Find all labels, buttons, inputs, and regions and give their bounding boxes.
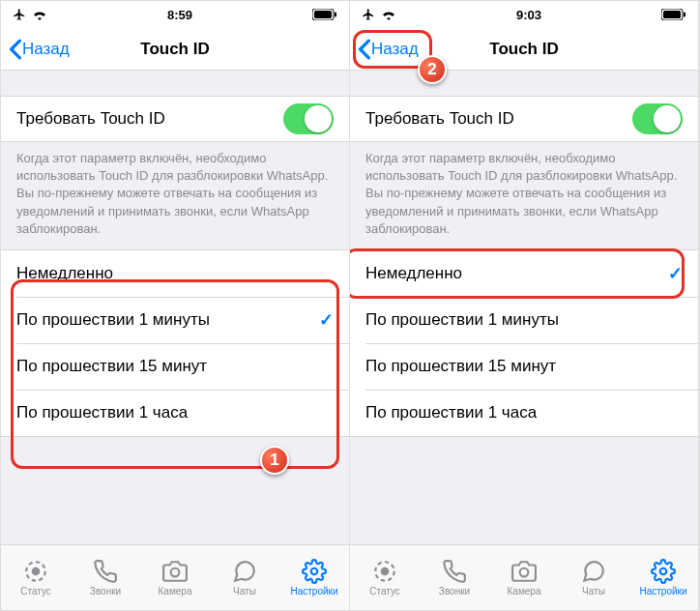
svg-rect-8 — [663, 11, 681, 18]
tab-bar: Статус Звонки Камера Чаты Настройки — [350, 544, 698, 610]
svg-rect-2 — [335, 13, 336, 17]
option-15-minutes[interactable]: По прошествии 15 минут — [350, 343, 698, 390]
annotation-badge-1: 1 — [260, 446, 289, 475]
status-bar: 8:59 — [1, 1, 349, 28]
tab-bar: Статус Звонки Камера Чаты Настройки — [1, 544, 349, 610]
option-1-hour[interactable]: По прошествии 1 часа — [350, 390, 698, 436]
camera-icon — [162, 559, 188, 584]
status-icon — [23, 559, 48, 584]
gear-icon — [651, 559, 676, 584]
tab-camera[interactable]: Камера — [489, 545, 559, 610]
status-time: 9:03 — [516, 8, 541, 22]
timeout-options: Немедленно По прошествии 1 минуты ✓ По п… — [1, 249, 349, 437]
battery-icon — [661, 9, 686, 20]
phone-left: 8:59 Назад Touch ID Требовать Touch ID К… — [1, 1, 350, 610]
require-touchid-row: Требовать Touch ID — [350, 96, 698, 142]
battery-icon — [312, 9, 337, 20]
require-touchid-label: Требовать Touch ID — [16, 109, 165, 129]
chevron-left-icon — [358, 39, 371, 60]
tab-calls[interactable]: Звонки — [71, 545, 140, 610]
svg-point-12 — [520, 568, 529, 577]
chevron-left-icon — [9, 39, 22, 60]
status-icon — [372, 559, 397, 584]
setting-description: Когда этот параметр включён, необходимо … — [350, 142, 698, 249]
svg-point-11 — [382, 568, 389, 575]
back-button[interactable]: Назад — [5, 35, 75, 64]
tab-chats[interactable]: Чаты — [210, 545, 279, 610]
setting-description: Когда этот параметр включён, необходимо … — [1, 142, 349, 249]
wifi-icon — [381, 9, 396, 20]
content-area: Требовать Touch ID Когда этот параметр в… — [350, 71, 698, 544]
require-touchid-label: Требовать Touch ID — [365, 109, 514, 129]
back-button[interactable]: Назад — [354, 35, 424, 64]
nav-bar: Назад Touch ID 2 — [350, 28, 698, 71]
phone-icon — [93, 559, 118, 584]
option-1-minute[interactable]: По прошествии 1 минуты — [350, 297, 698, 343]
status-time: 8:59 — [167, 8, 192, 22]
phone-icon — [442, 559, 467, 584]
gear-icon — [302, 559, 327, 584]
check-icon: ✓ — [319, 309, 334, 331]
check-icon: ✓ — [668, 263, 683, 284]
camera-icon — [511, 559, 537, 584]
svg-rect-9 — [684, 13, 685, 17]
wifi-icon — [32, 9, 47, 20]
tab-calls[interactable]: Звонки — [420, 545, 489, 610]
option-immediately[interactable]: Немедленно — [1, 250, 349, 297]
nav-bar: Назад Touch ID — [1, 28, 349, 71]
chats-icon — [581, 559, 606, 584]
option-1-hour[interactable]: По прошествии 1 часа — [1, 390, 349, 436]
back-label: Назад — [371, 40, 419, 59]
svg-point-5 — [171, 568, 180, 577]
tab-settings[interactable]: Настройки — [279, 545, 349, 610]
chats-icon — [232, 559, 257, 584]
option-15-minutes[interactable]: По прошествии 15 минут — [1, 343, 349, 390]
svg-point-4 — [33, 568, 40, 575]
option-1-minute[interactable]: По прошествии 1 минуты ✓ — [1, 297, 349, 343]
tab-status[interactable]: Статус — [350, 545, 420, 610]
phone-right: 9:03 Назад Touch ID 2 Требовать Touch ID… — [350, 1, 699, 610]
svg-point-6 — [311, 568, 318, 575]
annotation-badge-2: 2 — [418, 55, 447, 84]
back-label: Назад — [22, 40, 70, 59]
tab-status[interactable]: Статус — [1, 545, 71, 610]
airplane-icon — [362, 8, 375, 21]
tab-camera[interactable]: Камера — [140, 545, 210, 610]
require-touchid-toggle[interactable] — [632, 103, 683, 134]
airplane-icon — [13, 8, 26, 21]
tab-chats[interactable]: Чаты — [559, 545, 628, 610]
option-immediately[interactable]: Немедленно ✓ — [350, 250, 698, 297]
svg-rect-1 — [314, 11, 332, 18]
require-touchid-toggle[interactable] — [283, 103, 334, 134]
content-area: Требовать Touch ID Когда этот параметр в… — [1, 71, 349, 544]
status-bar: 9:03 — [350, 1, 698, 28]
require-touchid-row: Требовать Touch ID — [1, 96, 349, 142]
svg-point-13 — [660, 568, 667, 575]
timeout-options: Немедленно ✓ По прошествии 1 минуты По п… — [350, 249, 698, 437]
tab-settings[interactable]: Настройки — [628, 545, 698, 610]
